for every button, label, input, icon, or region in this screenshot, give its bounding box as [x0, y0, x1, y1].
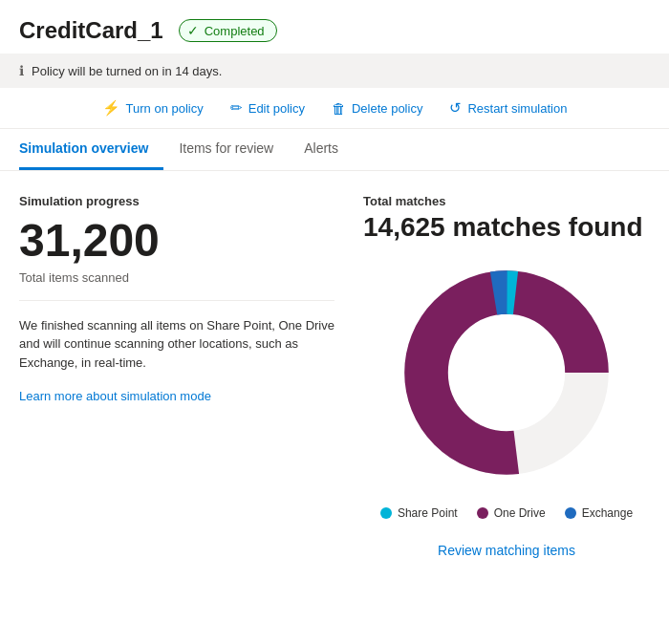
delete-policy-label: Delete policy	[352, 101, 422, 116]
donut-svg	[392, 258, 621, 487]
right-panel: Total matches 14,625 matches found	[363, 194, 650, 558]
left-panel: Simulation progress 31,200 Total items s…	[19, 194, 363, 558]
share-point-dot	[380, 507, 392, 519]
simulation-progress-label: Simulation progress	[19, 194, 334, 208]
refresh-icon: ↺	[449, 99, 462, 117]
page-title: CreditCard_1	[19, 17, 163, 44]
turn-on-policy-button[interactable]: ⚡ Turn on policy	[102, 99, 204, 117]
total-matches-label: Total matches	[363, 194, 445, 208]
policy-banner: ℹ Policy will be turned on in 14 days.	[0, 54, 669, 88]
restart-simulation-button[interactable]: ↺ Restart simulation	[449, 99, 567, 117]
one-drive-dot	[477, 507, 488, 519]
edit-policy-label: Edit policy	[248, 101, 305, 116]
one-drive-legend-label: One Drive	[494, 506, 546, 520]
edit-icon: ✏	[230, 99, 243, 117]
delete-policy-button[interactable]: 🗑 Delete policy	[332, 100, 422, 117]
trash-icon: 🗑	[332, 100, 346, 117]
divider	[19, 300, 334, 301]
main-content: Simulation progress 31,200 Total items s…	[0, 171, 669, 581]
total-items-number: 31,200	[19, 216, 334, 267]
donut-chart	[392, 258, 621, 487]
learn-more-link[interactable]: Learn more about simulation mode	[19, 389, 211, 403]
turn-on-policy-label: Turn on policy	[126, 101, 204, 116]
donut-hole	[449, 315, 564, 430]
toolbar: ⚡ Turn on policy ✏ Edit policy 🗑 Delete …	[0, 88, 669, 129]
exchange-dot	[565, 507, 576, 519]
exchange-legend-label: Exchange	[582, 506, 633, 520]
check-icon: ✓	[187, 23, 199, 38]
page-header: CreditCard_1 ✓ Completed	[0, 0, 669, 54]
review-matching-items-link[interactable]: Review matching items	[438, 543, 575, 558]
edit-policy-button[interactable]: ✏ Edit policy	[230, 99, 305, 117]
tab-alerts[interactable]: Alerts	[289, 129, 354, 170]
tab-simulation-overview[interactable]: Simulation overview	[19, 129, 163, 170]
status-badge: ✓ Completed	[179, 19, 277, 42]
lightning-icon: ⚡	[102, 99, 120, 117]
matches-number: 14,625 matches found	[363, 212, 643, 243]
description-text: We finished scanning all items on Share …	[19, 316, 334, 373]
legend-share-point: Share Point	[380, 506, 458, 520]
chart-legend: Share Point One Drive Exchange	[380, 506, 633, 520]
policy-banner-text: Policy will be turned on in 14 days.	[32, 64, 222, 78]
restart-simulation-label: Restart simulation	[467, 101, 567, 116]
tabs-container: Simulation overview Items for review Ale…	[0, 129, 669, 171]
share-point-legend-label: Share Point	[398, 506, 458, 520]
total-items-sub-label: Total items scanned	[19, 270, 334, 285]
legend-one-drive: One Drive	[477, 506, 546, 520]
status-label: Completed	[205, 24, 265, 38]
info-icon: ℹ	[19, 63, 24, 78]
legend-exchange: Exchange	[565, 506, 633, 520]
tab-items-for-review[interactable]: Items for review	[163, 129, 289, 170]
